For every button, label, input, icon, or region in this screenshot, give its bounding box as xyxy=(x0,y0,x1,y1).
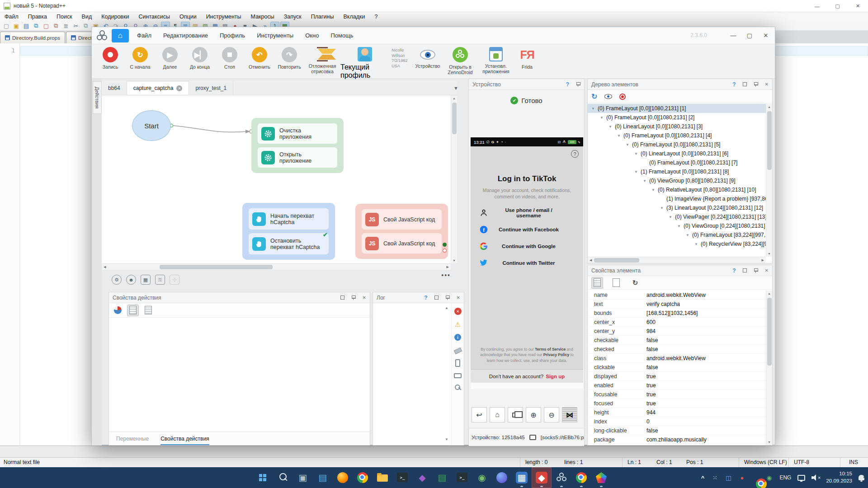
npp-toolbar-icon[interactable]: ✂ xyxy=(71,22,80,30)
tools-icon[interactable] xyxy=(455,385,461,391)
device-view-button[interactable]: Устройство xyxy=(413,47,443,69)
lock-icon[interactable]: ⚿ xyxy=(155,275,165,285)
taskbar-app-icon[interactable]: ◆ xyxy=(532,467,552,488)
tree-row[interactable]: ▼ (0) FrameLayout [0,0][1080,2131] [1] xyxy=(588,104,766,113)
project-tab[interactable]: proxy_test_1 ✕ xyxy=(189,81,233,95)
blue-capture-block[interactable]: Начать перехват hCaptcha Остановить пере… xyxy=(242,203,335,260)
flow-canvas[interactable]: Start Очистка приложения Открыть приложе… xyxy=(102,95,451,263)
device-screen[interactable]: 13:21 ∅G ✦◔· ⊡ ᗑ 100 ϟ ? Log in to TikTo… xyxy=(471,137,583,389)
display-icon[interactable] xyxy=(797,475,805,481)
project-tab[interactable]: bb64 ✕ xyxy=(102,81,127,95)
errors-filter-icon[interactable]: ✕ xyxy=(454,308,462,315)
property-row[interactable]: package com.zhiliaoapp.musically xyxy=(588,435,766,444)
props-vertical-scrollbar[interactable]: ▲ ▼ xyxy=(766,291,772,445)
property-row[interactable]: checked false xyxy=(588,345,766,354)
eye-icon[interactable] xyxy=(604,94,612,99)
taskbar-chrome-icon[interactable] xyxy=(353,467,373,488)
chevron-down-icon[interactable]: ▼ xyxy=(634,152,641,156)
taskbar-start-icon[interactable] xyxy=(253,467,273,488)
tree-row[interactable]: ▼ (1) FrameLayout [0,0][1080,2131] [8] xyxy=(588,167,766,176)
maximize-icon[interactable]: ▢ xyxy=(827,0,848,12)
zoom-out-button[interactable]: ⊖ xyxy=(544,407,559,422)
chevron-down-icon[interactable]: ▼ xyxy=(660,206,666,210)
taskbar-app-icon[interactable]: ▤ xyxy=(432,467,452,488)
muted-speaker-icon[interactable]: ✕ xyxy=(811,474,820,481)
property-row[interactable]: enabled true xyxy=(588,381,766,390)
npp-toolbar-icon[interactable]: ⧉ xyxy=(81,22,90,30)
tiktok-login-option[interactable]: f Use phone / email / username xyxy=(479,206,575,220)
tree-row[interactable]: ▼ (0) ViewGroup [0,224][1080,2131] [14] xyxy=(588,221,766,230)
back-button[interactable]: ↩ xyxy=(472,407,487,422)
menu-item[interactable]: Вид xyxy=(82,14,92,20)
npp-toolbar-icon[interactable]: ▢ xyxy=(42,22,51,30)
npp-toolbar-icon[interactable]: ▣ xyxy=(12,22,21,30)
chevron-down-icon[interactable]: ▼ xyxy=(600,116,606,120)
taskbar-app-icon[interactable]: ◉ xyxy=(472,467,492,488)
chevron-down-icon[interactable]: ▼ xyxy=(651,188,658,192)
undo-button[interactable]: ↶ Отменить xyxy=(245,47,274,70)
frida-button[interactable]: FЯ Frida xyxy=(514,47,540,70)
menu-item[interactable]: Вкладки xyxy=(343,14,365,20)
tray-icon[interactable]: ◫ xyxy=(724,474,732,482)
actions-tab[interactable]: Действия xyxy=(93,81,102,114)
language-indicator[interactable]: ENG xyxy=(779,474,791,481)
green-action-block[interactable]: Очистка приложения Открыть приложение xyxy=(251,118,344,173)
action-row-open-app[interactable]: Открыть приложение xyxy=(258,147,337,168)
property-row[interactable]: height 944 xyxy=(588,408,766,417)
device-portrait-icon[interactable] xyxy=(455,359,460,367)
menu-item[interactable]: Запуск xyxy=(284,14,302,20)
minimize-icon[interactable]: — xyxy=(807,0,827,12)
close-panel-icon[interactable]: ✕ xyxy=(765,82,769,87)
property-row[interactable]: name android.webkit.WebView xyxy=(588,291,766,300)
zoom-in-button[interactable]: ⊕ xyxy=(526,407,541,422)
chevron-down-icon[interactable]: ▼ xyxy=(669,215,675,219)
maximize-panel-icon[interactable] xyxy=(743,82,747,86)
menu-item[interactable]: Кодировки xyxy=(101,14,129,20)
help-icon[interactable]: ? xyxy=(566,81,569,88)
menu-item[interactable]: ? xyxy=(374,14,377,20)
tree-row[interactable]: ▼ (0) ViewPager [0,224][1080,2131] [13] xyxy=(588,212,766,221)
property-row[interactable]: long-clickable false xyxy=(588,426,766,435)
taskbar-app-icon[interactable]: ◆ xyxy=(412,467,432,488)
pie-view-icon[interactable] xyxy=(112,305,123,316)
clock[interactable]: 10:15 20.09.2023 xyxy=(826,470,852,484)
tree-row[interactable]: ▼ (3) LinearLayout [0,224][1080,2131] [1… xyxy=(588,203,766,212)
npp-toolbar-icon[interactable]: ≣ xyxy=(61,22,71,30)
menu-item[interactable]: Макросы xyxy=(251,14,274,20)
grid-icon[interactable]: ▦ xyxy=(141,275,151,285)
close-panel-icon[interactable]: ✕ xyxy=(765,268,769,273)
menu-item[interactable]: Плагины xyxy=(311,14,334,20)
chevron-down-icon[interactable]: ▼ xyxy=(643,179,649,183)
maximize-panel-icon[interactable] xyxy=(340,296,344,300)
tree-row[interactable]: ▼ (0) FrameLayout [0,0][1080,2131] [2] xyxy=(588,113,766,122)
taskbar-chromium-icon[interactable] xyxy=(571,467,591,488)
current-profile-button[interactable]: Текущий профиль Nicolle Willson 7/2/1992… xyxy=(340,47,413,80)
tiktok-login-option[interactable]: f Continue with Google xyxy=(479,239,575,253)
chevron-down-icon[interactable]: ▼ xyxy=(591,107,598,111)
action-row-clear-app[interactable]: Очистка приложения xyxy=(258,123,337,144)
tree-row[interactable]: ▼ (0) LinearLayout [0,0][1080,2131] [6] xyxy=(588,149,766,158)
menu-item[interactable]: Опции xyxy=(179,14,197,20)
property-row[interactable]: bounds [168,512][1032,1456] xyxy=(588,309,766,318)
tiktok-login-option[interactable]: f Continue with Twitter xyxy=(479,256,575,270)
canvas-vertical-scrollbar[interactable]: ▲ ▼ xyxy=(451,95,457,263)
scroll-down-icon[interactable]: ▼ xyxy=(445,437,448,441)
home-button[interactable]: ⌂ xyxy=(112,29,129,42)
taskbar-app-icon[interactable]: ▣ xyxy=(293,467,313,488)
canvas-horizontal-scrollbar[interactable]: ◀ ▶ xyxy=(102,263,451,270)
pin-icon[interactable] xyxy=(445,295,450,300)
start-node[interactable]: Start xyxy=(132,110,171,141)
app-menu-item[interactable]: Профиль xyxy=(220,32,245,39)
tray-icon[interactable] xyxy=(751,474,760,482)
tree-vertical-scrollbar[interactable]: ▲ ▼ xyxy=(766,104,772,257)
property-row[interactable]: clickable false xyxy=(588,363,766,372)
doc-icon[interactable] xyxy=(610,277,622,289)
property-row[interactable]: index 0 xyxy=(588,417,766,426)
help-icon[interactable]: ? xyxy=(424,295,427,301)
notification-bell-icon[interactable]: z xyxy=(859,475,864,480)
taskbar-zenno-icon[interactable] xyxy=(552,467,571,488)
chevron-down-icon[interactable]: ▼ xyxy=(677,224,684,228)
props-edit-icon[interactable] xyxy=(142,305,154,316)
tree-row[interactable]: ▼ (0) RecyclerView [83,224][997, xyxy=(588,239,766,249)
chevron-down-icon[interactable]: ▼ xyxy=(609,125,615,129)
